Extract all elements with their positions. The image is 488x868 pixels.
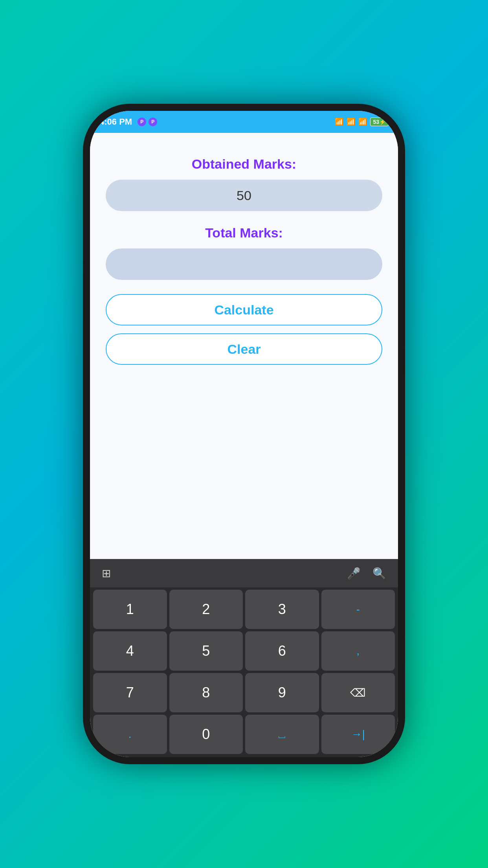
toolbar-right: 🎤 🔍	[347, 567, 386, 580]
key-6[interactable]: 6	[245, 631, 319, 671]
app-content: Obtained Marks: 50 Total Marks: Calculat…	[90, 133, 398, 559]
key-9[interactable]: 9	[245, 673, 319, 712]
key-5[interactable]: 5	[169, 631, 243, 671]
key-7[interactable]: 7	[93, 673, 167, 712]
battery-indicator: 53⚡	[370, 118, 389, 126]
obtained-marks-label: Obtained Marks:	[192, 156, 296, 172]
key-backspace[interactable]: ⌫	[321, 673, 395, 712]
signal-icon-1: 📶	[347, 118, 355, 126]
phone-inner: 4:06 PM P P 📶 📶 📶 53⚡ Obtained Marks: 50…	[90, 111, 398, 757]
status-right: 📶 📶 📶 53⚡	[335, 118, 389, 126]
phone-shell: 4:06 PM P P 📶 📶 📶 53⚡ Obtained Marks: 50…	[83, 104, 405, 764]
key-2[interactable]: 2	[169, 590, 243, 629]
total-marks-input[interactable]	[106, 248, 382, 280]
status-bar: 4:06 PM P P 📶 📶 📶 53⚡	[90, 111, 398, 133]
search-icon[interactable]: 🔍	[372, 567, 386, 580]
key-8[interactable]: 8	[169, 673, 243, 712]
status-time: 4:06 PM	[99, 117, 132, 127]
calculate-button[interactable]: Calculate	[106, 294, 382, 326]
keyboard-row-3: 7 8 9 ⌫	[93, 673, 395, 712]
keyboard-row-1: 1 2 3 -	[93, 590, 395, 629]
key-minus[interactable]: -	[321, 590, 395, 629]
key-1[interactable]: 1	[93, 590, 167, 629]
key-space[interactable]: ⎵	[245, 715, 319, 754]
keyboard-row-4: . 0 ⎵ →|	[93, 715, 395, 754]
signal-icon-2: 📶	[358, 118, 367, 126]
keyboard-rows: 1 2 3 - 4 5 6 , 7 8 9 ⌫ .	[90, 587, 398, 757]
total-marks-label: Total Marks:	[205, 225, 283, 241]
key-period[interactable]: .	[93, 715, 167, 754]
wifi-icon: 📶	[335, 118, 343, 126]
grid-icon[interactable]: ⊞	[102, 567, 111, 580]
p-icon-1: P	[138, 118, 146, 126]
status-icons: P P	[138, 118, 157, 126]
key-comma[interactable]: ,	[321, 631, 395, 671]
key-3[interactable]: 3	[245, 590, 319, 629]
key-4[interactable]: 4	[93, 631, 167, 671]
clear-button[interactable]: Clear	[106, 333, 382, 365]
keyboard-area: ⊞ 🎤 🔍 1 2 3 - 4 5 6 ,	[90, 559, 398, 757]
key-tab[interactable]: →|	[321, 715, 395, 754]
mic-icon[interactable]: 🎤	[347, 567, 361, 580]
key-0[interactable]: 0	[169, 715, 243, 754]
p-icon-2: P	[149, 118, 157, 126]
obtained-marks-input[interactable]: 50	[106, 180, 382, 211]
keyboard-toolbar: ⊞ 🎤 🔍	[90, 559, 398, 587]
keyboard-row-2: 4 5 6 ,	[93, 631, 395, 671]
